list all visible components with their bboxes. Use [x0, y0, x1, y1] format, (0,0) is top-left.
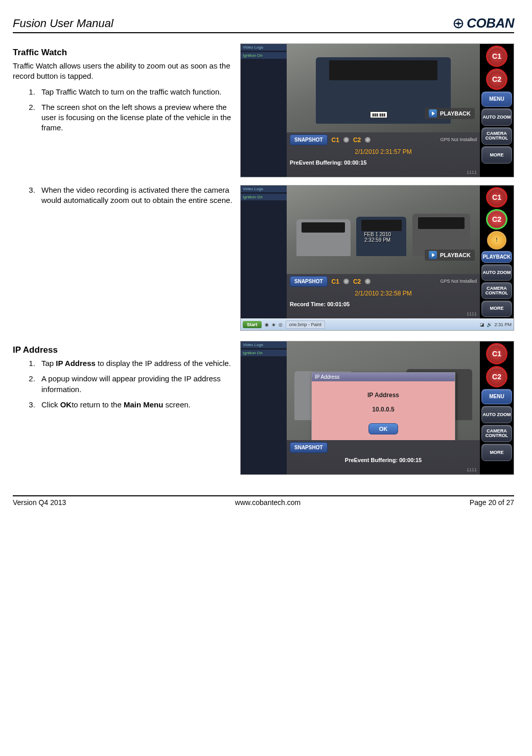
more-button[interactable]: MORE — [481, 444, 512, 461]
autozoom-button[interactable]: AUTO ZOOM — [481, 108, 512, 126]
camera-control-button[interactable]: CAMERA CONTROL — [481, 282, 512, 299]
list-item: The screen shot on the left shows a prev… — [37, 102, 233, 133]
video-preview: IP Address IP Address 10.0.0.5 OK — [287, 341, 480, 440]
list-item: Tap Traffic Watch to turn on the traffic… — [37, 87, 233, 97]
play-icon — [429, 251, 437, 259]
left-panel: Video Logs Ignition On — [241, 186, 287, 318]
record-status: Record Time: 00:01:05 — [287, 299, 480, 311]
camera-control-button[interactable]: CAMERA CONTROL — [481, 425, 512, 442]
right-panel: C1 C2 ! PLAYBACK AUTO ZOOM CAMERA CONTRO… — [480, 186, 514, 318]
taskbar-app[interactable]: one.bmp - Paint — [286, 320, 326, 329]
screenshot-traffic-wide: Video Logs Ignition On FEB 1 2010 2:32:5… — [240, 185, 514, 331]
list-item: A popup window will appear providing the… — [37, 374, 233, 395]
list-item: Click OKto return to the Main Menu scree… — [37, 400, 233, 410]
ip-address-heading: IP Address — [13, 345, 233, 355]
left-panel: Video Logs Ignition On — [241, 44, 287, 177]
timestamp: 2/1/2010 2:31:57 PM — [287, 147, 480, 157]
popup-label: IP Address — [317, 392, 450, 399]
gps-status: GPS Not Installed — [440, 138, 477, 142]
more-button[interactable]: MORE — [481, 146, 512, 164]
c1-label: C1 — [332, 278, 339, 285]
timestamp: 2/1/2010 2:32:58 PM — [287, 289, 480, 299]
system-tray: ◪ 🔊 2:31 PM — [480, 322, 512, 327]
signal-indicator: 1111 — [287, 311, 480, 318]
signal-indicator: 1111 — [287, 170, 480, 177]
manual-title: Fusion User Manual — [13, 17, 113, 30]
ok-button[interactable]: OK — [368, 423, 399, 434]
c1-label: C1 — [332, 136, 339, 144]
c2-button[interactable]: C2 — [486, 209, 507, 230]
windows-taskbar: Start ◉ ◈ ◎ one.bmp - Paint ◪ 🔊 2:31 PM — [241, 318, 514, 330]
c1-button[interactable]: C1 — [486, 343, 507, 364]
video-logs-label: Video Logs — [241, 44, 287, 51]
license-plate: ▮▮▮ ▮▮▮ — [370, 111, 387, 118]
gps-status: GPS Not Installed — [440, 279, 477, 284]
tray-icon[interactable]: 🔊 — [487, 322, 492, 327]
c2-label: C2 — [353, 278, 361, 285]
ip-address-popup: IP Address IP Address 10.0.0.5 OK — [311, 372, 455, 440]
playback-button[interactable]: PLAYBACK — [425, 249, 475, 261]
right-panel: C1 C2 MENU AUTO ZOOM CAMERA CONTROL MORE — [480, 44, 514, 177]
url-label: www.cobantech.com — [235, 498, 300, 507]
camera-control-button[interactable]: CAMERA CONTROL — [481, 127, 512, 145]
ignition-label: Ignition On — [241, 194, 287, 200]
popup-titlebar: IP Address — [312, 373, 455, 381]
logo-text: COBAN — [467, 15, 514, 31]
c2-button[interactable]: C2 — [486, 68, 507, 90]
playback-button[interactable]: PLAYBACK — [425, 108, 475, 119]
screenshot-traffic-closeup: Video Logs Ignition On ▮▮▮ ▮▮▮ PLAYBACK — [240, 43, 514, 177]
video-preview: FEB 1 2010 2:32:59 PM PLAYBACK — [287, 186, 480, 274]
traffic-watch-intro: Traffic Watch allows users the ability t… — [13, 61, 233, 82]
more-button[interactable]: MORE — [481, 301, 512, 317]
ignition-label: Ignition On — [241, 52, 287, 59]
version-label: Version Q4 2013 — [13, 498, 66, 507]
quicklaunch-icon[interactable]: ◈ — [272, 322, 275, 327]
warning-button[interactable]: ! — [487, 231, 506, 249]
buffer-status: PreEvent Buffering: 00:00:15 — [287, 157, 480, 170]
video-logs-label: Video Logs — [241, 186, 287, 192]
c2-button[interactable]: C2 — [486, 366, 507, 387]
overlay-date: FEB 1 2010 — [364, 232, 391, 237]
ignition-label: Ignition On — [241, 350, 287, 356]
right-panel: C1 C2 MENU AUTO ZOOM CAMERA CONTROL MORE — [480, 341, 514, 474]
video-preview: ▮▮▮ ▮▮▮ PLAYBACK — [287, 44, 480, 132]
quicklaunch-icon[interactable]: ◉ — [265, 322, 269, 327]
quicklaunch-icon[interactable]: ◎ — [279, 322, 283, 327]
list-item: Tap IP Address to display the IP address… — [37, 358, 233, 369]
c1-radio[interactable] — [343, 279, 349, 284]
c2-label: C2 — [353, 136, 361, 144]
start-button[interactable]: Start — [243, 321, 262, 328]
svg-point-1 — [457, 22, 460, 25]
logo-star-icon — [453, 18, 464, 29]
page-number: Page 20 of 27 — [470, 498, 514, 507]
snapshot-button[interactable]: SNAPSHOT — [290, 276, 328, 287]
snapshot-button[interactable]: SNAPSHOT — [290, 134, 328, 145]
tray-clock: 2:31 PM — [494, 322, 512, 327]
page-header: Fusion User Manual COBAN — [13, 15, 514, 33]
overlay-time: 2:32:59 PM — [364, 237, 391, 243]
menu-button[interactable]: MENU — [481, 91, 512, 107]
video-logs-label: Video Logs — [241, 341, 287, 348]
play-icon — [429, 109, 437, 118]
tray-icon[interactable]: ◪ — [480, 322, 484, 327]
ip-value: 10.0.0.5 — [317, 406, 450, 413]
snapshot-button[interactable]: SNAPSHOT — [290, 442, 328, 453]
list-item: When the video recording is activated th… — [37, 185, 233, 206]
page-footer: Version Q4 2013 www.cobantech.com Page 2… — [13, 495, 514, 507]
playback-side-button[interactable]: PLAYBACK — [481, 251, 512, 263]
menu-button[interactable]: MENU — [481, 389, 512, 404]
buffer-status: PreEvent Buffering: 00:00:15 — [287, 455, 480, 467]
autozoom-button[interactable]: AUTO ZOOM — [481, 406, 512, 423]
screenshot-ip-address: Video Logs Ignition On IP Address IP Add… — [240, 341, 514, 475]
c1-button[interactable]: C1 — [486, 187, 507, 208]
signal-indicator: 1111 — [287, 467, 480, 474]
c2-radio[interactable] — [365, 137, 371, 143]
coban-logo: COBAN — [453, 15, 514, 31]
left-panel: Video Logs Ignition On — [241, 341, 287, 474]
c1-button[interactable]: C1 — [486, 45, 507, 67]
traffic-watch-heading: Traffic Watch — [13, 48, 233, 58]
c2-radio[interactable] — [365, 279, 371, 284]
autozoom-button[interactable]: AUTO ZOOM — [481, 264, 512, 281]
c1-radio[interactable] — [343, 137, 349, 143]
